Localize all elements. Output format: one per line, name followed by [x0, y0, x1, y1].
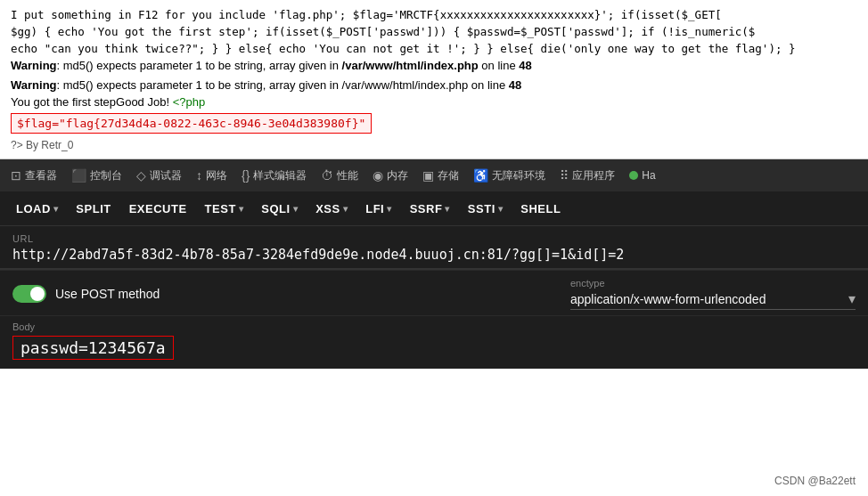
- storage-icon: ▣: [422, 168, 434, 183]
- url-value[interactable]: http://2abd7a5f-83d2-4b78-85a7-3284efd9d…: [12, 247, 856, 263]
- php-output-section: I put something in F12 for you include '…: [0, 0, 868, 159]
- ssrf-arrow: ▾: [445, 204, 450, 214]
- app-icon: ⠿: [560, 168, 569, 183]
- hackbar-lfi[interactable]: LFI ▾: [356, 191, 401, 225]
- devtools-memory[interactable]: ◉ 内存: [365, 159, 415, 191]
- hackbar-shell[interactable]: SHELL: [512, 191, 569, 225]
- url-label: URL: [12, 233, 856, 244]
- ssti-arrow: ▾: [498, 204, 504, 214]
- enctype-value: application/x-www-form-urlencoded: [570, 292, 766, 306]
- code-line-2: $gg) { echo 'You got the first step'; if…: [11, 24, 857, 41]
- post-toggle-area: Use POST method: [12, 285, 160, 303]
- post-enctype-row: Use POST method enctype application/x-ww…: [0, 270, 868, 315]
- hackbar-split[interactable]: SPLIT: [67, 191, 119, 225]
- by-retr-line: ?> By Retr_0: [11, 137, 857, 153]
- enctype-label: enctype: [570, 278, 605, 289]
- flag-display: $flag="flag{27d34d4a-0822-463c-8946-3e04…: [11, 111, 857, 136]
- good-job-line: You got the first stepGood Job! <?php: [11, 94, 857, 111]
- warning-2: Warning: md5() expects parameter 1 to be…: [11, 77, 857, 94]
- sqli-arrow: ▾: [293, 204, 299, 214]
- code-line-3: echo "can you think twice??"; } } else{ …: [11, 41, 857, 58]
- body-value[interactable]: passwd=1234567a: [12, 336, 174, 360]
- console-icon: ⬛: [71, 168, 86, 183]
- a11y-icon: ♿: [473, 168, 488, 183]
- memory-icon: ◉: [373, 168, 383, 183]
- body-section: Body passwd=1234567a: [0, 315, 868, 369]
- devtools-application[interactable]: ⠿ 应用程序: [553, 159, 622, 191]
- inspector-icon: ⊡: [11, 168, 21, 183]
- devtools-storage[interactable]: ▣ 存储: [415, 159, 466, 191]
- hackbar-xss[interactable]: XSS ▾: [307, 191, 356, 225]
- warning-1: Warning: md5() expects parameter 1 to be…: [11, 57, 857, 75]
- test-arrow: ▾: [239, 204, 244, 214]
- post-method-label: Use POST method: [55, 287, 160, 301]
- watermark: CSDN @Ba22ett: [774, 475, 856, 487]
- devtools-debugger[interactable]: ◇ 调试器: [129, 159, 189, 191]
- warning-label-2: Warning: [11, 78, 57, 92]
- style-icon: {}: [242, 168, 250, 183]
- devtools-toolbar: ⊡ 查看器 ⬛ 控制台 ◇ 调试器 ↕ 网络 {} 样式编辑器 ⏱ 性能 ◉ 内…: [0, 159, 868, 191]
- green-dot-icon: [629, 171, 638, 180]
- toggle-knob: [30, 287, 45, 301]
- devtools-performance[interactable]: ⏱ 性能: [314, 159, 365, 191]
- hackbar-test[interactable]: TEST ▾: [196, 191, 253, 225]
- hackbar-ssrf[interactable]: SSRF ▾: [401, 191, 459, 225]
- devtools-network[interactable]: ↕ 网络: [189, 159, 234, 191]
- warning-label-1: Warning: [11, 59, 57, 72]
- debugger-icon: ◇: [136, 168, 146, 183]
- post-method-toggle[interactable]: [12, 285, 46, 303]
- devtools-style-editor[interactable]: {} 样式编辑器: [234, 159, 314, 191]
- url-section: URL http://2abd7a5f-83d2-4b78-85a7-3284e…: [0, 225, 868, 268]
- perf-icon: ⏱: [321, 168, 333, 183]
- network-icon: ↕: [196, 168, 202, 183]
- lfi-arrow: ▾: [387, 204, 392, 214]
- hackbar-ssti[interactable]: SSTI ▾: [459, 191, 512, 225]
- load-arrow: ▾: [53, 204, 59, 214]
- xss-arrow: ▾: [343, 204, 348, 214]
- devtools-inspector[interactable]: ⊡ 查看器: [4, 159, 64, 191]
- hackbar-sqli[interactable]: SQLI ▾: [252, 191, 307, 225]
- devtools-ha[interactable]: Ha: [622, 159, 662, 191]
- hackbar-load[interactable]: LOAD ▾: [7, 191, 67, 225]
- enctype-dropdown-arrow: ▾: [848, 290, 856, 307]
- hackbar-menu: LOAD ▾ SPLIT EXECUTE TEST ▾ SQLI ▾ XSS ▾…: [0, 191, 868, 225]
- body-label: Body: [12, 321, 856, 332]
- code-line-1: I put something in F12 for you include '…: [11, 7, 857, 24]
- hackbar-execute[interactable]: EXECUTE: [120, 191, 196, 225]
- devtools-console[interactable]: ⬛ 控制台: [64, 159, 129, 191]
- devtools-accessibility[interactable]: ♿ 无障碍环境: [466, 159, 553, 191]
- enctype-select[interactable]: application/x-www-form-urlencoded ▾: [570, 290, 856, 310]
- enctype-area: enctype application/x-www-form-urlencode…: [570, 278, 856, 310]
